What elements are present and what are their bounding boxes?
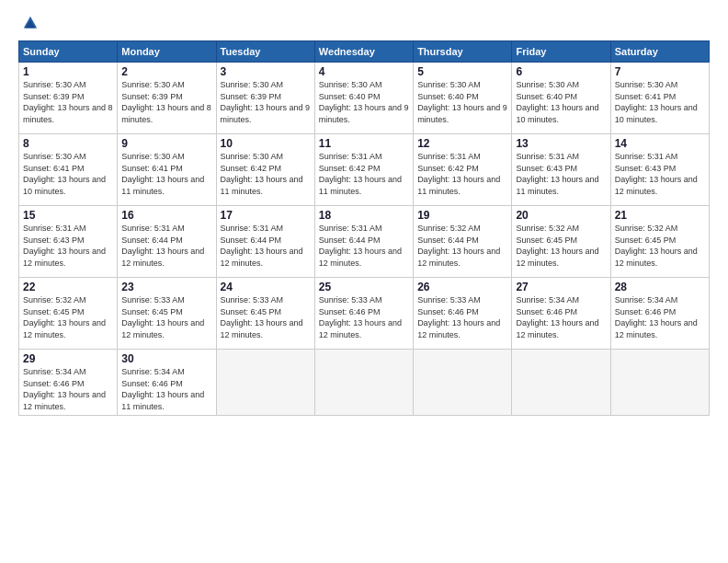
day-info: Sunrise: 5:31 AM Sunset: 6:43 PM Dayligh… [516, 151, 606, 197]
day-number: 28 [615, 281, 705, 293]
calendar-cell: 19 Sunrise: 5:32 AM Sunset: 6:44 PM Dayl… [414, 206, 512, 278]
day-info: Sunrise: 5:30 AM Sunset: 6:41 PM Dayligh… [615, 79, 705, 125]
calendar-cell: 17 Sunrise: 5:31 AM Sunset: 6:44 PM Dayl… [216, 206, 314, 278]
day-info: Sunrise: 5:32 AM Sunset: 6:45 PM Dayligh… [615, 223, 705, 269]
day-number: 21 [615, 209, 705, 222]
day-number: 25 [319, 281, 409, 293]
calendar-cell: 2 Sunrise: 5:30 AM Sunset: 6:39 PM Dayli… [118, 63, 216, 134]
day-info: Sunrise: 5:30 AM Sunset: 6:41 PM Dayligh… [23, 151, 113, 197]
day-info: Sunrise: 5:34 AM Sunset: 6:46 PM Dayligh… [615, 294, 705, 340]
calendar-cell: 27 Sunrise: 5:34 AM Sunset: 6:46 PM Dayl… [512, 278, 610, 350]
calendar-cell: 13 Sunrise: 5:31 AM Sunset: 6:43 PM Dayl… [512, 134, 610, 206]
day-number: 14 [615, 137, 705, 150]
day-info: Sunrise: 5:32 AM Sunset: 6:45 PM Dayligh… [23, 294, 113, 340]
calendar-cell: 14 Sunrise: 5:31 AM Sunset: 6:43 PM Dayl… [610, 134, 709, 206]
logo-icon [22, 15, 39, 31]
page: Sunday Monday Tuesday Wednesday Thursday… [0, 0, 728, 563]
calendar-cell: 8 Sunrise: 5:30 AM Sunset: 6:41 PM Dayli… [19, 134, 118, 206]
calendar-cell [414, 350, 512, 416]
calendar-cell: 1 Sunrise: 5:30 AM Sunset: 6:39 PM Dayli… [19, 63, 118, 134]
day-number: 8 [23, 137, 113, 150]
day-number: 24 [221, 281, 311, 293]
calendar-cell [610, 350, 709, 416]
day-number: 27 [516, 281, 606, 293]
day-info: Sunrise: 5:30 AM Sunset: 6:41 PM Dayligh… [121, 151, 211, 197]
calendar-cell: 30 Sunrise: 5:34 AM Sunset: 6:46 PM Dayl… [118, 350, 216, 416]
day-number: 19 [417, 209, 507, 222]
day-info: Sunrise: 5:30 AM Sunset: 6:40 PM Dayligh… [516, 79, 606, 125]
day-info: Sunrise: 5:33 AM Sunset: 6:46 PM Dayligh… [319, 294, 409, 340]
calendar-cell [512, 350, 610, 416]
calendar-cell: 23 Sunrise: 5:33 AM Sunset: 6:45 PM Dayl… [118, 278, 216, 350]
header-monday: Monday [118, 41, 216, 63]
calendar-cell: 10 Sunrise: 5:30 AM Sunset: 6:42 PM Dayl… [216, 134, 314, 206]
day-number: 3 [221, 65, 311, 78]
day-number: 2 [121, 65, 211, 78]
day-number: 5 [417, 65, 507, 78]
calendar-cell: 28 Sunrise: 5:34 AM Sunset: 6:46 PM Dayl… [610, 278, 709, 350]
calendar-cell: 11 Sunrise: 5:31 AM Sunset: 6:42 PM Dayl… [314, 134, 413, 206]
day-number: 9 [121, 137, 211, 150]
day-info: Sunrise: 5:32 AM Sunset: 6:45 PM Dayligh… [516, 223, 606, 269]
day-number: 4 [319, 65, 409, 78]
day-info: Sunrise: 5:34 AM Sunset: 6:46 PM Dayligh… [121, 366, 211, 412]
calendar-cell: 26 Sunrise: 5:33 AM Sunset: 6:46 PM Dayl… [414, 278, 512, 350]
day-number: 1 [23, 65, 113, 78]
logo [18, 15, 39, 31]
calendar-cell [216, 350, 314, 416]
day-info: Sunrise: 5:31 AM Sunset: 6:42 PM Dayligh… [319, 151, 409, 197]
header-saturday: Saturday [610, 41, 709, 63]
day-info: Sunrise: 5:30 AM Sunset: 6:39 PM Dayligh… [121, 79, 211, 125]
calendar-cell: 3 Sunrise: 5:30 AM Sunset: 6:39 PM Dayli… [216, 63, 314, 134]
day-number: 6 [516, 65, 606, 78]
day-info: Sunrise: 5:32 AM Sunset: 6:44 PM Dayligh… [417, 223, 507, 269]
day-number: 10 [221, 137, 311, 150]
calendar: Sunday Monday Tuesday Wednesday Thursday… [18, 40, 710, 416]
day-info: Sunrise: 5:34 AM Sunset: 6:46 PM Dayligh… [23, 366, 113, 412]
day-number: 29 [23, 352, 113, 365]
header-sunday: Sunday [19, 41, 118, 63]
calendar-cell: 7 Sunrise: 5:30 AM Sunset: 6:41 PM Dayli… [610, 63, 709, 134]
day-info: Sunrise: 5:30 AM Sunset: 6:42 PM Dayligh… [221, 151, 311, 197]
day-info: Sunrise: 5:33 AM Sunset: 6:45 PM Dayligh… [221, 294, 311, 340]
calendar-cell: 4 Sunrise: 5:30 AM Sunset: 6:40 PM Dayli… [314, 63, 413, 134]
day-info: Sunrise: 5:31 AM Sunset: 6:44 PM Dayligh… [121, 223, 211, 269]
day-info: Sunrise: 5:31 AM Sunset: 6:42 PM Dayligh… [417, 151, 507, 197]
day-info: Sunrise: 5:30 AM Sunset: 6:40 PM Dayligh… [417, 79, 507, 125]
calendar-cell: 20 Sunrise: 5:32 AM Sunset: 6:45 PM Dayl… [512, 206, 610, 278]
day-number: 23 [121, 281, 211, 293]
day-info: Sunrise: 5:33 AM Sunset: 6:45 PM Dayligh… [121, 294, 211, 340]
header-wednesday: Wednesday [314, 41, 413, 63]
day-number: 12 [417, 137, 507, 150]
day-info: Sunrise: 5:31 AM Sunset: 6:44 PM Dayligh… [221, 223, 311, 269]
calendar-cell: 16 Sunrise: 5:31 AM Sunset: 6:44 PM Dayl… [118, 206, 216, 278]
day-info: Sunrise: 5:31 AM Sunset: 6:43 PM Dayligh… [615, 151, 705, 197]
day-number: 15 [23, 209, 113, 222]
calendar-cell: 29 Sunrise: 5:34 AM Sunset: 6:46 PM Dayl… [19, 350, 118, 416]
calendar-cell: 12 Sunrise: 5:31 AM Sunset: 6:42 PM Dayl… [414, 134, 512, 206]
day-info: Sunrise: 5:31 AM Sunset: 6:44 PM Dayligh… [319, 223, 409, 269]
calendar-cell: 18 Sunrise: 5:31 AM Sunset: 6:44 PM Dayl… [314, 206, 413, 278]
day-number: 30 [121, 352, 211, 365]
calendar-cell: 5 Sunrise: 5:30 AM Sunset: 6:40 PM Dayli… [414, 63, 512, 134]
calendar-cell: 6 Sunrise: 5:30 AM Sunset: 6:40 PM Dayli… [512, 63, 610, 134]
header-thursday: Thursday [414, 41, 512, 63]
calendar-cell: 9 Sunrise: 5:30 AM Sunset: 6:41 PM Dayli… [118, 134, 216, 206]
day-number: 26 [417, 281, 507, 293]
weekday-header-row: Sunday Monday Tuesday Wednesday Thursday… [19, 41, 710, 63]
day-number: 18 [319, 209, 409, 222]
day-info: Sunrise: 5:34 AM Sunset: 6:46 PM Dayligh… [516, 294, 606, 340]
day-number: 7 [615, 65, 705, 78]
calendar-cell: 24 Sunrise: 5:33 AM Sunset: 6:45 PM Dayl… [216, 278, 314, 350]
calendar-cell: 21 Sunrise: 5:32 AM Sunset: 6:45 PM Dayl… [610, 206, 709, 278]
header-tuesday: Tuesday [216, 41, 314, 63]
day-number: 17 [221, 209, 311, 222]
day-info: Sunrise: 5:30 AM Sunset: 6:39 PM Dayligh… [221, 79, 311, 125]
day-info: Sunrise: 5:30 AM Sunset: 6:40 PM Dayligh… [319, 79, 409, 125]
calendar-cell: 15 Sunrise: 5:31 AM Sunset: 6:43 PM Dayl… [19, 206, 118, 278]
day-info: Sunrise: 5:33 AM Sunset: 6:46 PM Dayligh… [417, 294, 507, 340]
day-info: Sunrise: 5:30 AM Sunset: 6:39 PM Dayligh… [23, 79, 113, 125]
day-number: 16 [121, 209, 211, 222]
header [18, 15, 710, 31]
day-number: 20 [516, 209, 606, 222]
